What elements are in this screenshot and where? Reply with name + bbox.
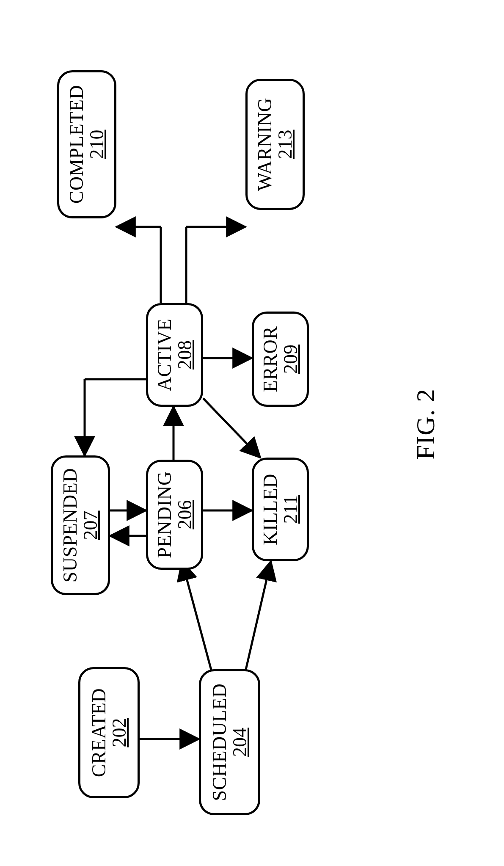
node-active: ACTIVE 208: [146, 303, 203, 407]
svg-line-1: [182, 561, 212, 671]
figure-caption: FIG. 2: [410, 389, 441, 460]
node-suspended-ref: 207: [81, 511, 100, 540]
node-created-ref: 202: [110, 718, 129, 747]
svg-line-2: [245, 561, 271, 671]
node-warning-label: WARNING: [255, 98, 275, 191]
node-suspended: SUSPENDED 207: [51, 455, 110, 595]
node-error-label: ERROR: [261, 326, 280, 392]
node-created: CREATED 202: [78, 667, 140, 798]
node-completed: COMPLETED 210: [57, 70, 116, 218]
node-created-label: CREATED: [89, 688, 109, 778]
node-scheduled: SCHEDULED 204: [199, 669, 260, 815]
node-pending: PENDING 206: [146, 460, 203, 570]
node-pending-label: PENDING: [155, 471, 174, 558]
node-pending-ref: 206: [175, 500, 195, 530]
node-active-label: ACTIVE: [155, 319, 174, 392]
diagram-canvas: CREATED 202 SCHEDULED 204 SUSPENDED 207 …: [0, 0, 504, 866]
node-scheduled-ref: 204: [230, 728, 250, 757]
node-error: ERROR 209: [252, 312, 309, 407]
node-warning: WARNING 213: [245, 79, 305, 210]
node-completed-ref: 210: [87, 130, 107, 159]
node-scheduled-label: SCHEDULED: [210, 684, 229, 801]
node-suspended-label: SUSPENDED: [61, 468, 80, 582]
svg-line-9: [203, 398, 260, 458]
node-killed-label: KILLED: [261, 474, 280, 545]
node-completed-label: COMPLETED: [67, 85, 86, 204]
rotated-stage: CREATED 202 SCHEDULED 204 SUSPENDED 207 …: [0, 0, 504, 866]
node-warning-ref: 213: [275, 130, 295, 159]
node-active-ref: 208: [175, 340, 195, 370]
node-killed-ref: 211: [281, 495, 300, 524]
node-killed: KILLED 211: [252, 458, 309, 561]
node-error-ref: 209: [281, 345, 300, 374]
